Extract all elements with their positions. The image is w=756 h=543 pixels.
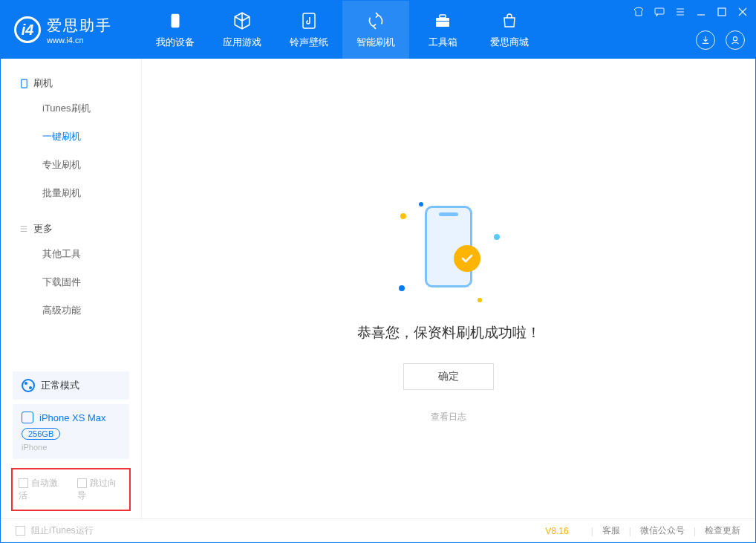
nav-label: 爱思商城	[490, 36, 529, 49]
shirt-icon[interactable]	[633, 7, 644, 17]
nav-store[interactable]: 爱思商城	[476, 1, 543, 59]
mode-label: 正常模式	[41, 379, 79, 392]
user-icon[interactable]	[726, 30, 745, 50]
main-content: 恭喜您，保资料刷机成功啦！ 确定 查看日志	[142, 59, 755, 518]
nav-label: 我的设备	[156, 36, 195, 49]
device-mode-box[interactable]: 正常模式	[13, 371, 129, 400]
sidebar-item-pro-flash[interactable]: 专业刷机	[1, 151, 141, 179]
view-log-link[interactable]: 查看日志	[431, 411, 466, 423]
section-title: 刷机	[33, 77, 53, 90]
sidebar-section-flash: 刷机	[1, 72, 141, 94]
toolbox-icon	[432, 10, 453, 31]
svg-rect-1	[303, 13, 315, 28]
cb-skip-guide[interactable]: 跳过向导	[77, 477, 124, 502]
nav-label: 铃声壁纸	[290, 36, 328, 49]
sidebar-item-other-tools[interactable]: 其他工具	[1, 240, 141, 268]
header-actions	[696, 30, 745, 50]
mode-icon	[22, 379, 35, 392]
cube-icon	[232, 10, 252, 31]
sidebar-item-download-firmware[interactable]: 下载固件	[1, 268, 141, 296]
sidebar: 刷机 iTunes刷机 一键刷机 专业刷机 批量刷机 更多 其他工具 下载固件 …	[1, 59, 142, 518]
highlighted-checkbox-row: 自动激活 跳过向导	[11, 468, 131, 511]
sidebar-item-oneclick-flash[interactable]: 一键刷机	[1, 123, 141, 151]
window-controls	[633, 7, 748, 17]
close-icon[interactable]	[737, 7, 748, 17]
refresh-icon	[365, 10, 386, 31]
check-update-link[interactable]: 检查更新	[705, 524, 740, 537]
list-icon	[19, 224, 29, 234]
menu-icon[interactable]	[675, 7, 685, 17]
section-title: 更多	[33, 222, 53, 235]
sidebar-item-itunes-flash[interactable]: iTunes刷机	[1, 94, 141, 123]
device-box[interactable]: iPhone XS Max 256GB iPhone	[13, 404, 129, 459]
svg-rect-0	[172, 14, 180, 27]
ok-button[interactable]: 确定	[403, 363, 494, 390]
logo[interactable]: i4 爱思助手 www.i4.cn	[1, 16, 142, 45]
download-icon[interactable]	[696, 30, 715, 50]
device-small-icon	[22, 412, 33, 423]
sidebar-item-advanced[interactable]: 高级功能	[1, 296, 141, 325]
svg-rect-2	[436, 18, 449, 27]
nav-label: 智能刷机	[356, 36, 395, 49]
body: 刷机 iTunes刷机 一键刷机 专业刷机 批量刷机 更多 其他工具 下载固件 …	[1, 59, 755, 518]
svg-point-7	[733, 37, 737, 41]
svg-rect-5	[655, 8, 664, 14]
support-link[interactable]: 客服	[602, 524, 620, 537]
svg-rect-4	[436, 21, 449, 22]
maximize-icon[interactable]	[717, 7, 727, 17]
music-icon	[299, 10, 319, 31]
bag-icon	[499, 10, 520, 31]
cb-block-itunes[interactable]: 阻止iTunes运行	[16, 524, 94, 537]
feedback-icon[interactable]	[654, 7, 665, 17]
nav-my-device[interactable]: 我的设备	[142, 1, 209, 59]
logo-icon: i4	[14, 16, 41, 43]
footer: 阻止iTunes运行 V8.16 | 客服 | 微信公众号 | 检查更新	[1, 518, 755, 542]
main-nav: 我的设备 应用游戏 铃声壁纸 智能刷机 工具箱 爱思商城	[142, 1, 543, 59]
cb-auto-activate[interactable]: 自动激活	[19, 477, 65, 502]
wechat-link[interactable]: 微信公众号	[640, 524, 685, 537]
device-icon	[165, 10, 186, 31]
app-title: 爱思助手	[47, 16, 112, 36]
nav-apps-games[interactable]: 应用游戏	[209, 1, 276, 59]
nav-label: 工具箱	[428, 36, 457, 49]
sidebar-section-more: 更多	[1, 218, 141, 240]
svg-rect-8	[21, 79, 26, 87]
success-message: 恭喜您，保资料刷机成功啦！	[357, 323, 541, 342]
svg-rect-6	[718, 8, 726, 16]
nav-label: 应用游戏	[223, 36, 261, 49]
device-type-label: iPhone	[22, 443, 120, 452]
nav-ringtone-wallpaper[interactable]: 铃声壁纸	[276, 1, 342, 59]
success-illustration	[408, 198, 489, 302]
header: i4 爱思助手 www.i4.cn 我的设备 应用游戏 铃声壁纸 智能刷机 工具…	[1, 1, 755, 59]
device-name-label: iPhone XS Max	[39, 412, 106, 423]
version-label: V8.16	[545, 526, 568, 536]
phone-icon	[19, 78, 29, 88]
sidebar-item-batch-flash[interactable]: 批量刷机	[1, 179, 141, 207]
check-icon	[454, 245, 480, 272]
storage-badge: 256GB	[22, 428, 60, 440]
app-subtitle: www.i4.cn	[47, 36, 112, 45]
nav-toolbox[interactable]: 工具箱	[409, 1, 476, 59]
minimize-icon[interactable]	[696, 7, 706, 17]
svg-rect-3	[440, 15, 446, 18]
nav-smart-flash[interactable]: 智能刷机	[342, 1, 409, 59]
